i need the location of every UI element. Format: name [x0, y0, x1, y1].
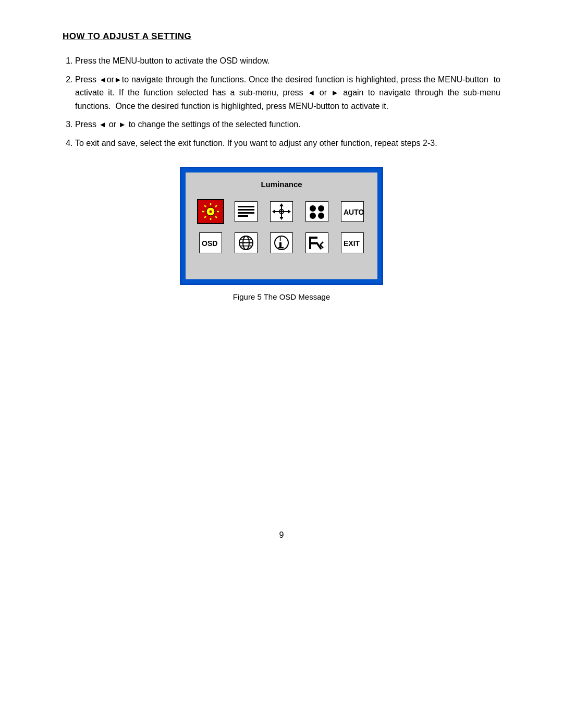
svg-text:i: i	[279, 235, 281, 242]
instructions-section: Press the MENU-button to activate the OS…	[63, 54, 500, 150]
osd-row-1: AUTO	[193, 199, 370, 224]
instruction-4: To exit and save, select the exit functi…	[75, 137, 500, 150]
reset-icon	[303, 230, 331, 255]
svg-rect-16	[238, 215, 248, 217]
svg-rect-47	[309, 237, 317, 239]
svg-point-26	[310, 205, 316, 212]
arrow-right2-icon: ►	[331, 87, 339, 99]
page-number: 9	[63, 530, 500, 540]
luminance-icon	[197, 199, 224, 224]
bottom-space	[63, 312, 500, 520]
osd-row-2: OSD	[193, 230, 370, 255]
instruction-2: Press ◄or ► to navigate through the func…	[75, 73, 500, 113]
instruction-1: Press the MENU-button to activate the OS…	[75, 54, 500, 68]
svg-rect-15	[238, 212, 254, 214]
osd-text-icon: OSD	[197, 230, 224, 255]
arrow-left-icon: ◄	[99, 73, 107, 86]
arrow-left2-icon: ◄	[308, 87, 315, 99]
arrow-left3-icon: ◄	[99, 118, 106, 131]
page-heading: HOW TO ADJUST A SETTING	[63, 31, 500, 42]
svg-text:OSD: OSD	[202, 239, 217, 248]
osd-bottom-bar	[193, 261, 370, 270]
svg-rect-48	[309, 242, 316, 244]
instruction-3: Press ◄ or ► to change the settings of t…	[75, 118, 500, 131]
svg-text:AUTO: AUTO	[344, 208, 364, 216]
figure-caption: Figure 5 The OSD Message	[233, 292, 330, 301]
arrow-right-icon: ►	[114, 73, 122, 86]
svg-point-29	[318, 213, 324, 219]
svg-point-28	[310, 213, 316, 219]
svg-point-27	[318, 205, 324, 212]
color-icon	[303, 199, 331, 224]
osd-inner: Luminance	[186, 172, 377, 279]
svg-rect-25	[305, 201, 328, 222]
svg-rect-43	[279, 242, 282, 247]
svg-text:EXIT: EXIT	[344, 239, 360, 248]
exit-icon: EXIT	[339, 230, 366, 255]
position-icon	[268, 199, 295, 224]
auto-icon: AUTO	[339, 199, 366, 224]
osd-figure: Luminance	[63, 167, 500, 301]
info-icon: i	[268, 230, 295, 255]
svg-rect-12	[235, 201, 258, 222]
svg-point-11	[210, 210, 212, 213]
globe-icon	[232, 230, 260, 255]
svg-rect-14	[238, 209, 254, 211]
arrow-right3-icon: ►	[118, 118, 126, 131]
osd-title: Luminance	[193, 178, 370, 193]
menu-list-icon	[232, 199, 260, 224]
svg-rect-44	[278, 247, 284, 249]
svg-rect-13	[238, 206, 254, 207]
osd-window: Luminance	[180, 167, 383, 285]
